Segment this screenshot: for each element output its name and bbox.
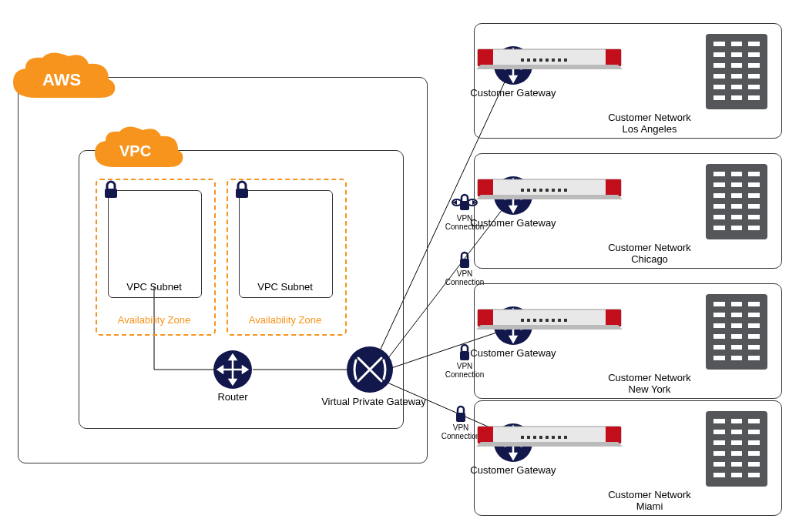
svg-rect-84 [521, 436, 524, 439]
svg-rect-34 [546, 59, 549, 62]
svg-rect-48 [521, 189, 524, 192]
svg-rect-64 [478, 309, 493, 326]
svg-rect-32 [533, 59, 536, 62]
customer-network-4-label: Customer Network Miami [599, 489, 700, 512]
svg-rect-81 [478, 427, 621, 443]
router-icon [213, 350, 252, 389]
router-label: Router [210, 391, 256, 403]
svg-rect-47 [606, 179, 621, 196]
svg-marker-77 [510, 453, 516, 459]
svg-marker-56 [476, 195, 623, 199]
svg-rect-46 [478, 179, 493, 196]
svg-rect-17 [460, 201, 469, 210]
firewall-appliance-icon [476, 423, 623, 448]
svg-marker-10 [230, 380, 236, 384]
svg-rect-49 [527, 189, 530, 192]
server-rack-icon [706, 164, 767, 239]
svg-rect-55 [564, 189, 567, 192]
svg-rect-5 [105, 189, 117, 198]
svg-marker-12 [243, 366, 247, 373]
svg-rect-31 [527, 59, 530, 62]
svg-rect-27 [478, 49, 621, 66]
firewall-appliance-icon [476, 176, 623, 201]
svg-rect-90 [558, 436, 561, 439]
vpc-subnet-2-label: VPC Subnet [245, 281, 325, 293]
svg-rect-29 [606, 49, 621, 66]
server-rack-icon [706, 411, 767, 487]
svg-rect-91 [564, 436, 567, 439]
svg-marker-11 [218, 366, 223, 373]
svg-rect-20 [456, 413, 465, 422]
svg-rect-36 [558, 59, 561, 62]
customer-network-3-label: Customer Network New York [599, 372, 700, 395]
svg-rect-68 [533, 319, 536, 322]
svg-rect-45 [478, 179, 621, 196]
svg-rect-66 [521, 319, 524, 322]
svg-rect-28 [478, 49, 493, 66]
vpc-subnet-1-label: VPC Subnet [114, 281, 194, 293]
customer-gateway-1-label: Customer Gateway [467, 87, 559, 99]
aws-cloud-label: AWS [42, 70, 81, 89]
lock-icon [231, 179, 253, 200]
vpc-cloud-label: VPC [119, 142, 151, 159]
vpg-icon [347, 346, 393, 393]
svg-rect-52 [546, 189, 549, 192]
svg-rect-53 [552, 189, 555, 192]
svg-rect-6 [236, 189, 248, 198]
svg-rect-87 [539, 436, 542, 439]
availability-zone-1-label: Availability Zone [108, 314, 200, 326]
firewall-appliance-icon [476, 46, 623, 71]
svg-marker-59 [510, 336, 516, 342]
svg-rect-88 [546, 436, 549, 439]
svg-rect-63 [478, 309, 621, 326]
svg-marker-74 [476, 325, 623, 330]
svg-marker-38 [476, 65, 623, 69]
svg-rect-82 [478, 427, 493, 443]
svg-marker-23 [510, 76, 516, 82]
svg-rect-54 [558, 189, 561, 192]
svg-rect-86 [533, 436, 536, 439]
svg-rect-71 [552, 319, 555, 322]
svg-rect-85 [527, 436, 530, 439]
svg-rect-72 [558, 319, 561, 322]
vpc-cloud-icon: VPC [89, 125, 189, 179]
svg-rect-69 [539, 319, 542, 322]
customer-network-1-label: Customer Network Los Angeles [599, 112, 700, 135]
customer-gateway-2-label: Customer Gateway [467, 217, 559, 229]
svg-rect-51 [539, 189, 542, 192]
firewall-appliance-icon [476, 306, 623, 331]
svg-rect-37 [564, 59, 567, 62]
svg-rect-70 [546, 319, 549, 322]
svg-marker-9 [230, 355, 236, 360]
vpg-label: Virtual Private Gateway [320, 396, 428, 407]
svg-rect-18 [460, 259, 469, 268]
customer-gateway-3-label: Customer Gateway [467, 347, 559, 359]
svg-rect-33 [539, 59, 542, 62]
svg-rect-65 [606, 309, 621, 326]
svg-marker-92 [476, 442, 623, 447]
aws-cloud-icon: AWS [7, 52, 123, 113]
svg-rect-50 [533, 189, 536, 192]
svg-marker-41 [510, 206, 516, 212]
svg-rect-67 [527, 319, 530, 322]
availability-zone-2-label: Availability Zone [239, 314, 331, 326]
svg-rect-35 [552, 59, 555, 62]
svg-rect-83 [606, 427, 621, 443]
server-rack-icon [706, 34, 767, 109]
svg-rect-30 [521, 59, 524, 62]
server-rack-icon [706, 294, 767, 370]
customer-gateway-4-label: Customer Gateway [467, 464, 559, 476]
customer-network-2-label: Customer Network Chicago [599, 242, 700, 265]
svg-rect-89 [552, 436, 555, 439]
svg-rect-73 [564, 319, 567, 322]
lock-icon [100, 179, 122, 200]
